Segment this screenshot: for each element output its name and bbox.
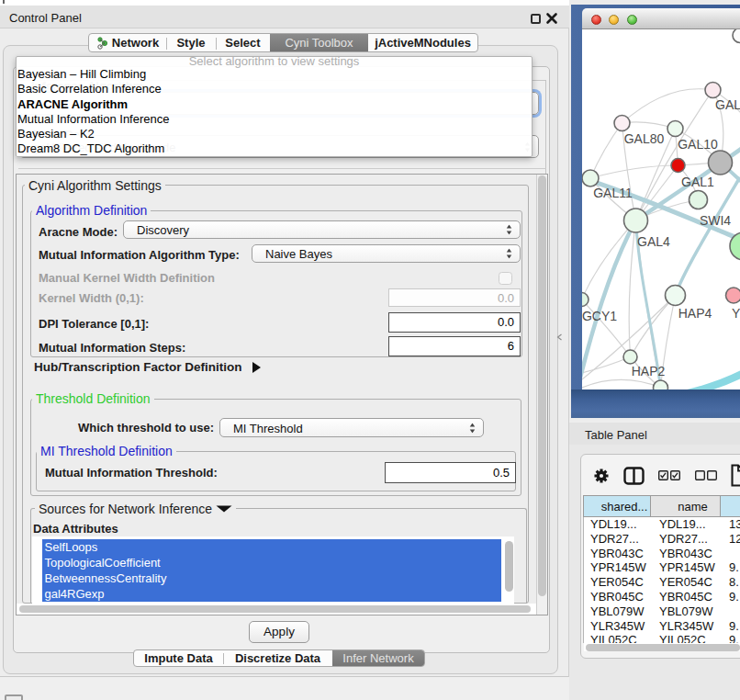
svg-text:GAL7: GAL7 bbox=[715, 97, 740, 112]
svg-text:GAL11: GAL11 bbox=[593, 186, 633, 200]
svg-text:GAL1: GAL1 bbox=[681, 175, 714, 189]
svg-text:HAP2: HAP2 bbox=[632, 364, 666, 378]
svg-text:SWI4: SWI4 bbox=[700, 213, 731, 228]
svg-text:GAL4: GAL4 bbox=[637, 234, 670, 249]
svg-text:GAL80: GAL80 bbox=[624, 131, 665, 146]
svg-text:YJR048W: YJR048W bbox=[732, 306, 740, 321]
svg-text:GAL10: GAL10 bbox=[678, 137, 718, 152]
svg-text:HAP4: HAP4 bbox=[678, 306, 712, 321]
svg-text:GCY1: GCY1 bbox=[582, 309, 617, 323]
